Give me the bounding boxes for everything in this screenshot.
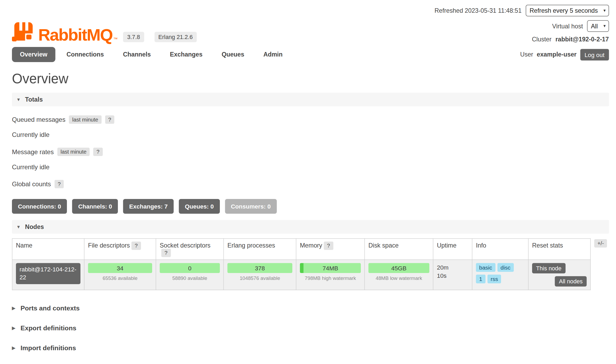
col-socket-descriptors: Socket descriptors ? (156, 239, 224, 260)
disk-space-meter: 45GB (369, 263, 430, 273)
uptime-cell: 20m 10s (433, 260, 472, 290)
file-descriptors-available: 65536 available (88, 275, 152, 281)
file-descriptors-value: 34 (117, 265, 123, 272)
col-uptime: Uptime (433, 239, 472, 260)
uptime-value-1: 20m (437, 263, 469, 272)
info-tag-1: 1 (476, 275, 486, 283)
message-rates-help-icon[interactable]: ? (93, 148, 102, 156)
nodes-section-title: Nodes (25, 223, 44, 231)
erlang-processes-cell: 378 1048576 available (224, 260, 296, 290)
refresh-interval-select-wrap: Refresh every 5 seconds ▾ (525, 5, 609, 16)
socket-descriptors-cell: 0 58890 available (156, 260, 224, 290)
queued-messages-line: Queued messages last minute ? (12, 115, 609, 124)
memory-help-icon[interactable]: ? (324, 242, 333, 250)
triangle-down-icon: ▼ (16, 224, 21, 229)
col-erlang-processes: Erlang processes (224, 239, 296, 260)
refresh-interval-select[interactable]: Refresh every 5 seconds (525, 5, 609, 16)
rabbitmq-logo[interactable]: RabbitMQ™ 3.7.8 Erlang 21.2.6 (12, 5, 197, 43)
header-right: Refreshed 2023-05-31 11:48:51 Refresh ev… (435, 5, 609, 43)
triangle-right-icon: ▶ (12, 345, 15, 351)
totals-section-title: Totals (25, 96, 43, 103)
nodes-section-header[interactable]: ▼ Nodes (12, 220, 609, 234)
cluster-label: Cluster (532, 36, 551, 43)
global-counts-line: Global counts ? (12, 180, 609, 188)
node-name-badge: rabbit@172-104-212-22 (16, 263, 80, 284)
message-rates-filter-chip[interactable]: last minute (57, 148, 90, 156)
tab-admin[interactable]: Admin (255, 47, 290, 62)
disk-space-value: 45GB (391, 265, 407, 272)
rabbitmq-wordmark: RabbitMQ™ (38, 27, 118, 43)
nodes-table: Name File descriptors? Socket descriptor… (12, 239, 591, 290)
file-descriptors-help-icon[interactable]: ? (131, 242, 141, 250)
exchanges-count-badge: Exchanges: 7 (123, 199, 174, 214)
message-rates-status: Currently idle (12, 164, 609, 171)
virtual-host-select-wrap: All ▾ (587, 20, 609, 32)
triangle-right-icon: ▶ (12, 306, 15, 311)
reset-stats-cell: This node All nodes (528, 260, 591, 290)
node-name-cell: rabbit@172-104-212-22 (12, 260, 84, 290)
node-row: rabbit@172-104-212-22 34 65536 available… (12, 260, 591, 290)
reset-all-nodes-button[interactable]: All nodes (555, 276, 587, 287)
totals-section-header[interactable]: ▼ Totals (12, 93, 609, 106)
tab-exchanges[interactable]: Exchanges (162, 47, 211, 62)
tab-channels[interactable]: Channels (115, 47, 159, 62)
socket-descriptors-help-icon[interactable]: ? (161, 249, 171, 257)
channels-count-badge: Channels: 0 (72, 199, 118, 214)
memory-watermark: 798MB high watermark (300, 275, 361, 281)
triangle-right-icon: ▶ (12, 326, 15, 331)
ports-and-contexts-section-header[interactable]: ▶ Ports and contexts (12, 305, 609, 312)
global-counts-help-icon[interactable]: ? (54, 180, 64, 188)
disk-space-cell: 45GB 48MB low watermark (365, 260, 433, 290)
col-disk-space: Disk space (365, 239, 433, 260)
global-counts-label: Global counts (12, 180, 51, 188)
col-file-descriptors: File descriptors? (84, 239, 156, 260)
page-title: Overview (12, 71, 609, 86)
user-row: User example-user Log out (520, 49, 609, 60)
socket-descriptors-available: 58890 available (160, 275, 220, 281)
import-definitions-section-header[interactable]: ▶ Import definitions (12, 344, 609, 352)
global-counts-badges: Connections: 0 Channels: 0 Exchanges: 7 … (12, 199, 609, 214)
message-rates-label: Message rates (12, 148, 54, 155)
erlang-processes-value: 378 (255, 265, 265, 272)
uptime-value-2: 10s (437, 271, 469, 280)
nav-row: Overview Connections Channels Exchanges … (12, 47, 609, 62)
memory-value: 74MB (323, 265, 338, 272)
broker-version-badge: 3.7.8 (123, 32, 144, 42)
connections-count-badge: Connections: 0 (12, 199, 67, 214)
info-cell: basicdisc1rss (472, 260, 528, 290)
rabbitmq-overview-page: RabbitMQ™ 3.7.8 Erlang 21.2.6 Refreshed … (0, 0, 616, 364)
nodes-table-header-row: Name File descriptors? Socket descriptor… (12, 239, 591, 260)
consumers-count-badge: Consumers: 0 (225, 199, 277, 214)
memory-meter: 74MB (300, 263, 361, 273)
queued-messages-label: Queued messages (12, 116, 65, 123)
trademark-symbol: ™ (113, 37, 118, 41)
queued-messages-help-icon[interactable]: ? (105, 115, 114, 124)
queued-messages-filter-chip[interactable]: last minute (69, 115, 101, 124)
message-rates-line: Message rates last minute ? (12, 148, 609, 156)
export-definitions-section-header[interactable]: ▶ Export definitions (12, 324, 609, 332)
tab-queues[interactable]: Queues (214, 47, 252, 62)
tab-overview[interactable]: Overview (12, 47, 55, 62)
col-name: Name (12, 239, 84, 260)
memory-cell: 74MB 798MB high watermark (296, 260, 365, 290)
erlang-processes-available: 1048576 available (228, 275, 293, 281)
user-name: example-user (537, 51, 576, 58)
logout-button[interactable]: Log out (580, 49, 609, 60)
toggle-columns-button[interactable]: +/- (594, 239, 607, 248)
info-tag-rss: rss (487, 275, 501, 283)
info-tag-disc: disc (497, 263, 514, 272)
virtual-host-label: Virtual host (552, 23, 583, 30)
nodes-table-wrap: Name File descriptors? Socket descriptor… (12, 239, 609, 290)
erlang-processes-meter: 378 (228, 263, 293, 273)
reset-this-node-button[interactable]: This node (532, 263, 566, 274)
cluster-name: rabbit@192-0-2-17 (555, 36, 609, 43)
queues-count-badge: Queues: 0 (179, 199, 220, 214)
queued-messages-status: Currently idle (12, 131, 609, 138)
triangle-down-icon: ▼ (16, 97, 21, 102)
col-reset-stats: Reset stats (528, 239, 591, 260)
socket-descriptors-meter: 0 (160, 263, 220, 273)
tab-connections[interactable]: Connections (58, 47, 112, 62)
virtual-host-select[interactable]: All (587, 20, 609, 32)
file-descriptors-cell: 34 65536 available (84, 260, 156, 290)
ports-and-contexts-title: Ports and contexts (20, 305, 80, 312)
